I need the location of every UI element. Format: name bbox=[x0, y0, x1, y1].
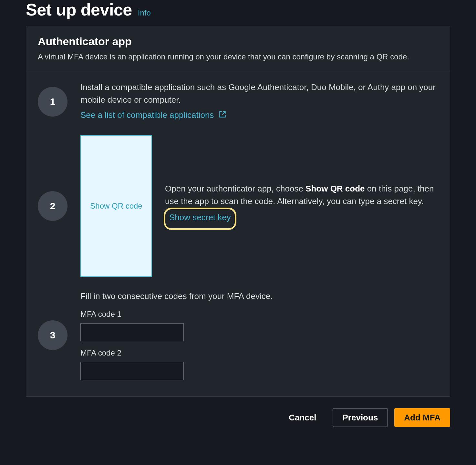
show-qr-code-label: Show QR code bbox=[90, 200, 142, 212]
step-1: 1 Install a compatible application such … bbox=[38, 81, 438, 122]
previous-button[interactable]: Previous bbox=[333, 408, 388, 427]
step-number-2: 2 bbox=[38, 191, 67, 221]
show-qr-code-button[interactable]: Show QR code bbox=[80, 135, 152, 277]
panel-title: Authenticator app bbox=[38, 35, 438, 48]
cancel-button[interactable]: Cancel bbox=[279, 408, 326, 427]
authenticator-panel: Authenticator app A virtual MFA device i… bbox=[26, 26, 450, 397]
step-2-text: Open your authenticator app, choose Show… bbox=[165, 182, 438, 230]
external-link-icon bbox=[218, 109, 227, 122]
compatible-apps-link-label: See a list of compatible applications bbox=[80, 110, 214, 120]
panel-subtitle: A virtual MFA device is an application r… bbox=[38, 51, 438, 63]
show-secret-key-link[interactable]: Show secret key bbox=[169, 212, 231, 222]
step-1-text: Install a compatible application such as… bbox=[80, 81, 438, 106]
page-title: Set up device bbox=[26, 0, 132, 19]
compatible-apps-link[interactable]: See a list of compatible applications bbox=[80, 110, 227, 120]
step-number-1: 1 bbox=[38, 87, 67, 117]
show-secret-key-highlight: Show secret key bbox=[164, 208, 236, 230]
add-mfa-button[interactable]: Add MFA bbox=[394, 408, 450, 427]
mfa-code-2-label: MFA code 2 bbox=[80, 347, 438, 359]
show-qr-bold: Show QR code bbox=[305, 184, 365, 193]
step-number-3: 3 bbox=[38, 320, 67, 350]
panel-header: Authenticator app A virtual MFA device i… bbox=[26, 26, 450, 71]
mfa-code-1-label: MFA code 1 bbox=[80, 308, 438, 320]
step-3-lead: Fill in two consecutive codes from your … bbox=[80, 290, 438, 303]
mfa-code-1-input[interactable] bbox=[80, 323, 184, 341]
step-2: 2 Show QR code Open your authenticator a… bbox=[38, 135, 438, 277]
info-link[interactable]: Info bbox=[138, 8, 151, 17]
step-3: 3 Fill in two consecutive codes from you… bbox=[38, 290, 438, 380]
mfa-code-2-input[interactable] bbox=[80, 362, 184, 380]
page-header: Set up device Info bbox=[26, 0, 450, 26]
footer-actions: Cancel Previous Add MFA bbox=[0, 397, 476, 427]
